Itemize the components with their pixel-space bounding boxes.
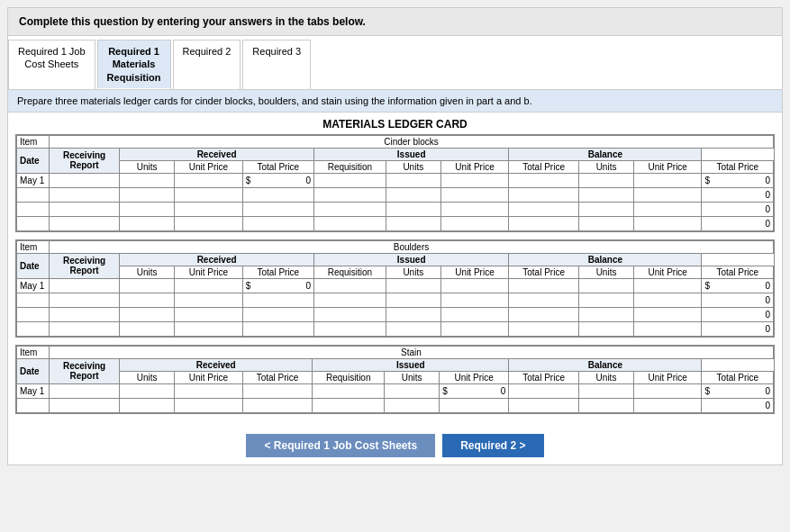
bal-unit-price-cell[interactable] — [634, 187, 702, 202]
received-header: Received — [120, 148, 314, 160]
table-row: 0 — [17, 321, 774, 336]
tab-required2[interactable]: Required 2 — [173, 40, 241, 89]
stain-table: Item Stain Date ReceivingReport Received… — [16, 346, 774, 413]
tab-required3[interactable]: Required 3 — [242, 40, 311, 89]
ledger-card-stain: Item Stain Date ReceivingReport Received… — [15, 345, 775, 414]
table-row: 0 — [17, 187, 774, 202]
date-cell — [17, 216, 50, 230]
units-received-input — [123, 176, 171, 185]
iss-units-cell[interactable] — [386, 187, 440, 202]
receiving-report-cell[interactable] — [50, 187, 120, 202]
unit-price-cell[interactable] — [175, 187, 242, 202]
balance-total-price-header: Total Price — [702, 160, 774, 173]
next-button[interactable]: Required 2 > — [442, 434, 543, 457]
receiving-report-cell[interactable] — [50, 173, 120, 187]
receiving-report-header: ReceivingReport — [50, 148, 120, 173]
receiving-report-input — [52, 176, 116, 185]
total-price-received-input — [272, 176, 311, 185]
balance-units-header: Units — [579, 160, 634, 173]
unit-price-balance-cell[interactable] — [634, 173, 702, 187]
total-price-issued-input — [512, 176, 576, 185]
units-cell[interactable] — [120, 187, 175, 202]
group-header-cinder: Date ReceivingReport Received Issued Bal… — [17, 148, 774, 160]
instruction-bar: Complete this question by entering your … — [8, 8, 782, 36]
date-header: Date — [17, 148, 50, 173]
item-value-stain: Stain — [50, 346, 774, 358]
table-row: 0 — [17, 293, 774, 307]
ledger-title: MATERIALS LEDGER CARD — [15, 118, 775, 131]
tabs-row: Required 1 JobCost Sheets Required 1Mate… — [8, 36, 782, 90]
total-price-cell[interactable] — [242, 187, 313, 202]
unit-price-balance-input — [637, 176, 698, 185]
item-row-boulders: Item Boulders — [17, 240, 774, 253]
sub-header-stain: Units Unit Price Total Price Requisition… — [17, 371, 774, 383]
iss-total-cell[interactable] — [509, 187, 579, 202]
group-header-boulders: Date ReceivingReport Received Issued Bal… — [17, 253, 774, 266]
issued-requisition-header: Requisition — [314, 160, 386, 173]
iss-unit-price-cell[interactable] — [440, 187, 508, 202]
tab-required1-job-cost[interactable]: Required 1 JobCost Sheets — [8, 40, 95, 89]
balance-header: Balance — [509, 148, 702, 160]
requisition-input — [317, 176, 383, 185]
units-balance-input — [582, 176, 631, 185]
issued-header: Issued — [314, 148, 509, 160]
table-row: 0 — [17, 216, 774, 230]
table-row: May 1 $ $ — [17, 383, 774, 398]
item-label-stain: Item — [17, 346, 50, 358]
bal-total-cell: 0 — [702, 187, 774, 202]
date-cell — [17, 187, 50, 202]
sub-header-boulders: Units Unit Price Total Price Requisition… — [17, 266, 774, 278]
total-price-issued-cell[interactable] — [509, 173, 579, 187]
item-value-boulders: Boulders — [50, 240, 774, 253]
table-row: 0 — [17, 307, 774, 321]
total-price-balance-cell[interactable]: $ — [702, 173, 774, 187]
units-received-cell[interactable] — [120, 173, 175, 187]
main-content: MATERIALS LEDGER CARD Item Cinder blocks… — [8, 113, 782, 427]
total-price-balance-input — [731, 176, 771, 185]
unit-price-received-input — [177, 176, 239, 185]
unit-price-received-cell[interactable] — [175, 173, 242, 187]
table-row: 0 — [17, 202, 774, 216]
unit-price-issued-input — [444, 176, 505, 185]
boulders-table: Item Boulders Date ReceivingReport Recei… — [16, 240, 774, 337]
group-header-stain: Date ReceivingReport Received Issued Bal… — [17, 358, 774, 371]
instruction-text: Complete this question by entering your … — [19, 15, 366, 28]
cinder-blocks-table: Item Cinder blocks Date ReceivingReport … — [16, 135, 774, 231]
item-value-cinder: Cinder blocks — [50, 135, 774, 148]
req-cell[interactable] — [314, 187, 386, 202]
prev-button[interactable]: < Required 1 Job Cost Sheets — [246, 434, 435, 457]
stain-issued-total-input — [468, 386, 505, 396]
date-cell: May 1 — [17, 173, 50, 187]
tab-required1-materials[interactable]: Required 1MaterialsRequisition — [97, 40, 171, 89]
received-total-price-header: Total Price — [242, 160, 313, 173]
stain-balance-total-input — [731, 386, 770, 396]
table-row: 0 — [17, 398, 774, 412]
boulders-balance-total-input — [731, 281, 771, 291]
requisition-cell[interactable] — [314, 173, 386, 187]
units-balance-cell[interactable] — [579, 173, 634, 187]
main-container: Complete this question by entering your … — [7, 7, 783, 465]
item-row-stain: Item Stain — [17, 346, 774, 358]
balance-unit-price-header: Unit Price — [634, 160, 702, 173]
item-row-cinder: Item Cinder blocks — [17, 135, 774, 148]
ledger-card-boulders: Item Boulders Date ReceivingReport Recei… — [15, 239, 775, 338]
bal-units-cell[interactable] — [579, 187, 634, 202]
issued-units-header: Units — [386, 160, 440, 173]
total-price-received-cell[interactable]: $ — [242, 173, 313, 187]
sub-header-cinder: Units Unit Price Total Price Requisition… — [17, 160, 774, 173]
table-row: May 1 $ $ — [17, 278, 774, 293]
units-issued-cell[interactable] — [386, 173, 440, 187]
item-label: Item — [17, 135, 50, 148]
nav-bar: < Required 1 Job Cost Sheets Required 2 … — [8, 427, 782, 464]
issued-unit-price-header: Unit Price — [440, 160, 508, 173]
issued-total-price-header: Total Price — [509, 160, 579, 173]
received-units-header: Units — [120, 160, 175, 173]
units-issued-input — [389, 176, 438, 185]
sub-instruction: Prepare three materials ledger cards for… — [8, 90, 782, 113]
received-unit-price-header: Unit Price — [175, 160, 242, 173]
ledger-card-cinder-blocks: Item Cinder blocks Date ReceivingReport … — [15, 134, 775, 232]
unit-price-issued-cell[interactable] — [440, 173, 508, 187]
table-row: May 1 $ $ — [17, 173, 774, 187]
item-label-boulders: Item — [17, 240, 50, 253]
boulders-total-price-input — [272, 281, 311, 291]
